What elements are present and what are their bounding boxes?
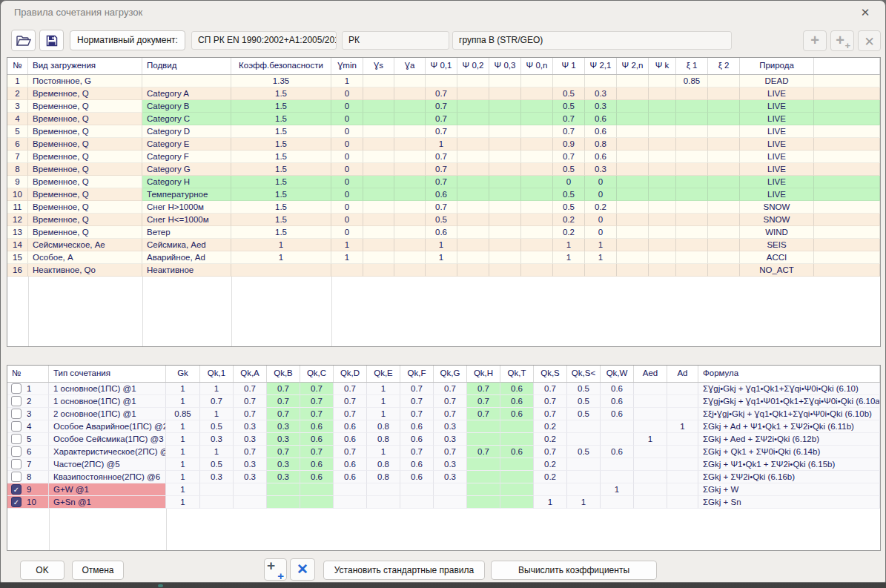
cell[interactable]: Временное, Q: [28, 100, 142, 113]
cell[interactable]: Сейсмическое, Ae: [28, 239, 142, 251]
cell[interactable]: [617, 100, 649, 113]
cell[interactable]: [814, 226, 880, 239]
cell[interactable]: ΣGkj + Qk1 + ΣΨ0i•Qki (6.14b): [698, 446, 880, 458]
cell[interactable]: [667, 483, 698, 496]
cell[interactable]: [585, 264, 617, 277]
group-field[interactable]: группа B (STR/GEO): [452, 31, 732, 50]
cell[interactable]: 0.6: [334, 433, 367, 446]
cell[interactable]: 0.6: [500, 383, 534, 395]
cell[interactable]: [634, 408, 667, 420]
cell[interactable]: 0.2: [534, 458, 567, 471]
cell[interactable]: 0.7: [426, 151, 457, 163]
cell[interactable]: [676, 113, 708, 125]
row-select-cell[interactable]: 3: [7, 408, 49, 420]
cell[interactable]: 0.7: [334, 395, 367, 408]
cell[interactable]: [234, 496, 267, 509]
cell[interactable]: 0.2: [534, 420, 567, 433]
cell[interactable]: 0.7: [426, 100, 457, 113]
cell[interactable]: [617, 125, 649, 138]
cell[interactable]: [617, 214, 649, 226]
cell[interactable]: [500, 420, 534, 433]
cell[interactable]: 0.5: [567, 446, 601, 458]
cell[interactable]: ΣGkj + Ψ1•Qk1 + ΣΨ2i•Qki (6.15b): [698, 458, 880, 471]
cell[interactable]: [489, 87, 521, 100]
cell[interactable]: 1: [426, 251, 457, 264]
cell[interactable]: 0.7: [400, 395, 434, 408]
cell[interactable]: [708, 188, 740, 201]
row-checkbox[interactable]: [11, 459, 22, 469]
cell[interactable]: 0.2: [534, 471, 567, 483]
cell[interactable]: [521, 125, 553, 138]
row-select-cell[interactable]: 5: [7, 433, 49, 446]
cell[interactable]: 0.7: [534, 446, 567, 458]
cell[interactable]: [649, 214, 676, 226]
row-checkbox[interactable]: [11, 383, 22, 394]
cell[interactable]: [617, 163, 649, 176]
normative-document-button[interactable]: Нормативный документ:: [70, 30, 185, 50]
cell[interactable]: 0.85: [166, 408, 200, 420]
cell[interactable]: ΣGkj + ΣΨ2i•Qki (6.16b): [698, 471, 880, 483]
cell[interactable]: [500, 433, 534, 446]
cell[interactable]: Σξj•Ɣgj•Gkj + Ɣq1•Qk1+ΣƔqi•Ψ0i•Qki (6.10…: [698, 408, 880, 420]
cell[interactable]: 1: [166, 471, 200, 483]
cell[interactable]: [457, 188, 489, 201]
cell[interactable]: [467, 433, 500, 446]
cell[interactable]: 0.3: [234, 420, 267, 433]
cell[interactable]: [363, 201, 394, 214]
cell[interactable]: 0.6: [601, 408, 634, 420]
cell[interactable]: 0.5: [567, 383, 601, 395]
row-select-cell[interactable]: 2: [7, 395, 49, 408]
cell[interactable]: 1.5: [231, 226, 331, 239]
cell[interactable]: [394, 239, 426, 251]
cell[interactable]: 1: [166, 483, 200, 496]
cell[interactable]: 0.7: [534, 395, 567, 408]
cell[interactable]: [457, 226, 489, 239]
cell[interactable]: Category G: [142, 163, 231, 176]
cell[interactable]: [567, 433, 601, 446]
cell[interactable]: 0.7: [553, 151, 585, 163]
cell[interactable]: [567, 458, 601, 471]
cell[interactable]: [363, 151, 394, 163]
cell[interactable]: 0.6: [426, 188, 457, 201]
cell[interactable]: 0.6: [601, 383, 634, 395]
cell[interactable]: [363, 163, 394, 176]
cell[interactable]: LIVE: [740, 138, 814, 151]
cell[interactable]: [300, 483, 334, 496]
cell[interactable]: 0.8: [585, 138, 617, 151]
cell[interactable]: [300, 496, 334, 509]
cell[interactable]: [489, 264, 521, 277]
cell[interactable]: 1: [166, 433, 200, 446]
cell[interactable]: [394, 251, 426, 264]
cell[interactable]: [649, 125, 676, 138]
cell[interactable]: Временное, Q: [28, 201, 142, 214]
cell[interactable]: [601, 496, 634, 509]
cell[interactable]: [601, 471, 634, 483]
cell[interactable]: [521, 188, 553, 201]
cell[interactable]: 0: [331, 138, 363, 151]
cell[interactable]: [394, 125, 426, 138]
cell[interactable]: 2: [7, 87, 28, 100]
cell[interactable]: [814, 87, 880, 100]
cell[interactable]: [634, 458, 667, 471]
cell[interactable]: [814, 176, 880, 188]
cell[interactable]: [601, 458, 634, 471]
cell[interactable]: [394, 201, 426, 214]
cell[interactable]: 0.8: [367, 433, 400, 446]
cell[interactable]: [521, 226, 553, 239]
cell[interactable]: 0.3: [585, 100, 617, 113]
cell[interactable]: [367, 496, 400, 509]
row-checkbox[interactable]: [11, 409, 22, 419]
cell[interactable]: 0.6: [585, 113, 617, 125]
cell[interactable]: [634, 446, 667, 458]
cell[interactable]: 0.3: [585, 87, 617, 100]
cell[interactable]: 0.7: [300, 408, 334, 420]
cell[interactable]: 0.7: [300, 446, 334, 458]
cell[interactable]: 3: [7, 100, 28, 113]
cell[interactable]: 0.6: [400, 433, 434, 446]
cell[interactable]: [457, 151, 489, 163]
cell[interactable]: 0.6: [585, 125, 617, 138]
cell[interactable]: [708, 138, 740, 151]
cell[interactable]: 0.7: [400, 383, 434, 395]
cell[interactable]: [601, 433, 634, 446]
cell[interactable]: [667, 433, 698, 446]
